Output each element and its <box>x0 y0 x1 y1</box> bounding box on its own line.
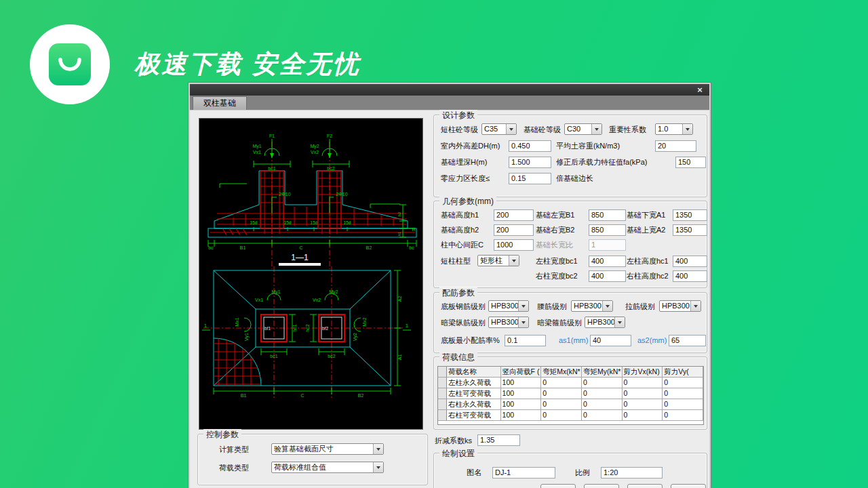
cell-value[interactable]: 0 <box>582 399 623 410</box>
found-concrete-label: 基础砼等级 <box>524 124 561 136</box>
close-icon[interactable]: × <box>694 85 705 95</box>
label-bc2-sec: bc2 <box>327 166 334 171</box>
row-selector[interactable] <box>438 378 447 388</box>
cell-value[interactable]: 0 <box>623 388 663 399</box>
bottom-button-2[interactable] <box>584 484 619 488</box>
cell-value[interactable]: 100 <box>501 410 542 421</box>
coltype-select[interactable]: 矩形柱 <box>477 255 519 266</box>
calc-type-select[interactable]: 验算基础截面尺寸 <box>271 443 384 455</box>
label-b2-sec: B2 <box>366 245 372 250</box>
bc2-input[interactable]: 400 <box>589 270 626 282</box>
cell-value[interactable]: 100 <box>501 378 542 388</box>
soil-label: 平均土容重(kN/m3) <box>556 140 620 152</box>
chevron-down-icon <box>602 301 612 311</box>
hc1-input[interactable]: 400 <box>673 256 707 267</box>
ks-input[interactable]: 1.35 <box>477 434 520 446</box>
dh-input[interactable]: 0.450 <box>509 140 551 152</box>
hc1-label: 左柱高度hc1 <box>627 256 669 267</box>
group-design-params: 设计参数 短柱砼等级 C35 基础砼等级 C30 重要性系数 1.0 室内外高差… <box>433 115 707 197</box>
row-selector[interactable] <box>438 399 447 410</box>
group-rebar-params: 配筋参数 底板钢筋级别 HPB300 腰筋级别 HPB300 拉筋级别 HPB3… <box>433 292 707 353</box>
coltype-value: 矩形柱 <box>478 256 509 266</box>
as1-label: as1(mm) <box>559 335 588 346</box>
tie-rebar-select[interactable]: HPB300 <box>659 300 701 312</box>
table-row: 右柱永久荷载 100 0 0 0 0 <box>438 399 703 410</box>
cell-value[interactable]: 0 <box>623 378 663 388</box>
a1-input[interactable]: 1350 <box>673 209 707 221</box>
dialog-tabstrip: 双柱基础 <box>190 96 709 110</box>
cell-value[interactable]: 0 <box>663 410 703 421</box>
bc1-input[interactable]: 400 <box>589 256 626 267</box>
cell-value[interactable]: 100 <box>501 388 542 399</box>
row-selector[interactable] <box>438 410 447 421</box>
importance-select[interactable]: 1.0 <box>655 123 693 135</box>
a2-input[interactable]: 1350 <box>673 224 707 236</box>
hc2-input[interactable]: 400 <box>673 270 707 282</box>
cell-value[interactable]: 0 <box>623 410 663 421</box>
load-type-select[interactable]: 荷载标准组合值 <box>271 462 384 473</box>
cell-load-name[interactable]: 左柱可变荷载 <box>447 388 501 399</box>
tie-rebar-value: HPB300 <box>660 301 690 311</box>
bottom-button-1[interactable] <box>540 484 576 488</box>
importance-label: 重要性系数 <box>609 124 646 136</box>
col-concrete-select[interactable]: C35 <box>481 123 517 135</box>
as1-input[interactable]: 40 <box>590 335 631 346</box>
plan-b2: B2 <box>358 393 364 398</box>
tab-double-column-foundation[interactable]: 双柱基础 <box>193 96 247 110</box>
col-header: 弯矩Mx(kN* <box>541 367 582 378</box>
b1-input[interactable]: 850 <box>589 209 626 221</box>
zero-input[interactable]: 0.15 <box>509 173 551 184</box>
b2-input[interactable]: 850 <box>589 224 626 236</box>
cell-value[interactable]: 100 <box>501 399 542 410</box>
load-table: 荷载名称 竖向荷载F ( 弯矩Mx(kN* 弯矩My(kN* 剪力Vx(kN) … <box>437 366 704 425</box>
found-concrete-select[interactable]: C30 <box>564 123 602 135</box>
label-h2: h2 <box>397 211 401 216</box>
waist-rebar-select[interactable]: HPB300 <box>571 300 613 312</box>
as2-input[interactable]: 65 <box>669 335 706 346</box>
label-my2: My2 <box>310 144 319 149</box>
cell-load-name[interactable]: 右柱可变荷载 <box>447 410 501 421</box>
cell-load-name[interactable]: 左柱永久荷载 <box>447 378 501 388</box>
plan-bf1: bf1 <box>264 326 271 331</box>
depth-input[interactable]: 1.500 <box>509 157 551 168</box>
bottom-rebar-value: HPB300 <box>489 301 518 311</box>
row-selector-header <box>438 367 447 378</box>
cell-value[interactable]: 0 <box>582 378 623 388</box>
label-f1: F1 <box>269 134 275 138</box>
cell-value[interactable]: 0 <box>663 399 703 410</box>
minratio-input[interactable]: 0.1 <box>505 335 546 346</box>
cell-value[interactable]: 0 <box>541 388 582 399</box>
cell-value[interactable]: 0 <box>541 410 582 421</box>
cell-value[interactable]: 0 <box>663 378 703 388</box>
cell-value[interactable]: 0 <box>663 388 703 399</box>
h2-input[interactable]: 200 <box>494 224 534 236</box>
plan-bc1: bc1 <box>270 354 277 359</box>
app-store-logo <box>30 24 110 104</box>
drawing-name-input[interactable]: DJ-1 <box>492 467 555 479</box>
row-selector[interactable] <box>438 388 447 399</box>
plan-hc2: hc2 <box>305 324 310 331</box>
group-control-params: 控制参数 计算类型 验算基础截面尺寸 荷载类型 荷载标准组合值 <box>197 434 428 485</box>
bottom-rebar-select[interactable]: HPB300 <box>488 300 529 312</box>
group-title: 绘制设置 <box>439 448 477 460</box>
bottom-button-3[interactable] <box>627 484 663 488</box>
scale-input[interactable]: 1:20 <box>601 467 663 479</box>
beam-long-select[interactable]: HPB300 <box>488 317 529 328</box>
soil-input[interactable]: 20 <box>655 140 696 152</box>
cell-load-name[interactable]: 右柱永久荷载 <box>447 399 501 410</box>
beam-stirrup-select[interactable]: HPB300 <box>585 317 625 328</box>
bottom-button-4[interactable] <box>671 484 706 488</box>
cell-value[interactable]: 0 <box>582 410 623 421</box>
h1-input[interactable]: 200 <box>494 209 534 221</box>
fa-input[interactable]: 150 <box>675 157 706 168</box>
cell-value[interactable]: 0 <box>623 399 663 410</box>
col-header: 竖向荷载F ( <box>501 367 542 378</box>
cell-value[interactable]: 0 <box>582 388 623 399</box>
label-f2: F2 <box>327 134 332 138</box>
drawing-name-label: 图名 <box>467 467 481 479</box>
c-input[interactable]: 1000 <box>494 239 534 251</box>
chevron-down-icon <box>682 124 692 134</box>
h2-label: 基础高度h2 <box>441 224 479 236</box>
cell-value[interactable]: 0 <box>541 378 582 388</box>
cell-value[interactable]: 0 <box>541 399 582 410</box>
